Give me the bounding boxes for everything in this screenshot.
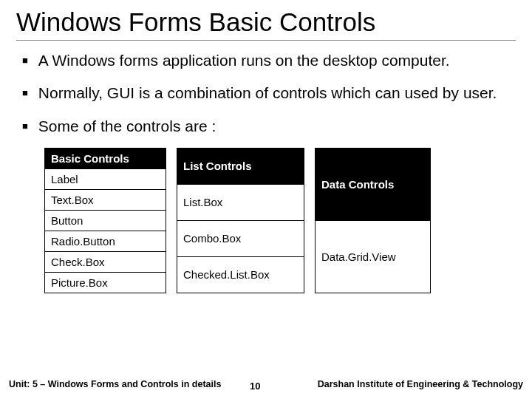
list-controls-table: List Controls List.Box Combo.Box Checked… (177, 148, 304, 293)
square-bullet-icon: ■ (22, 51, 28, 70)
column-header: Data Controls (316, 148, 431, 220)
bullet-list: ■ A Windows forms application runs on th… (16, 51, 516, 136)
table-cell: Combo.Box (177, 220, 304, 256)
column-header: List Controls (177, 148, 304, 184)
tables-container: Basic Controls Label Text.Box Button Rad… (44, 148, 516, 293)
table-cell: Data.Grid.View (316, 220, 431, 293)
slide-footer: Unit: 5 – Windows Forms and Controls in … (0, 377, 532, 399)
institute-name: Darshan Institute of Engineering & Techn… (318, 379, 523, 389)
square-bullet-icon: ■ (22, 83, 28, 103)
unit-label: Unit: 5 – Windows Forms and Controls in … (9, 379, 221, 389)
basic-controls-table: Basic Controls Label Text.Box Button Rad… (44, 148, 166, 293)
data-controls-table: Data Controls Data.Grid.View (315, 148, 431, 293)
bullet-text: Some of the controls are : (38, 117, 216, 136)
bullet-item: ■ Some of the controls are : (22, 117, 516, 136)
bullet-text: A Windows forms application runs on the … (38, 51, 450, 70)
table-cell: Button (45, 210, 166, 231)
column-header: Basic Controls (45, 148, 166, 168)
table-cell: Check.Box (45, 251, 166, 272)
page-number: 10 (250, 381, 260, 392)
table-cell: Text.Box (45, 189, 166, 210)
slide: Windows Forms Basic Controls ■ A Windows… (0, 0, 532, 399)
bullet-item: ■ Normally, GUI is a combination of cont… (22, 83, 516, 103)
bullet-item: ■ A Windows forms application runs on th… (22, 51, 516, 70)
table-cell: Checked.List.Box (177, 256, 304, 293)
table-cell: List.Box (177, 184, 304, 220)
square-bullet-icon: ■ (22, 117, 28, 136)
slide-title: Windows Forms Basic Controls (16, 7, 516, 41)
table-cell: Label (45, 168, 166, 189)
table-cell: Picture.Box (45, 272, 166, 293)
table-cell: Radio.Button (45, 231, 166, 251)
bullet-text: Normally, GUI is a combination of contro… (38, 83, 497, 103)
